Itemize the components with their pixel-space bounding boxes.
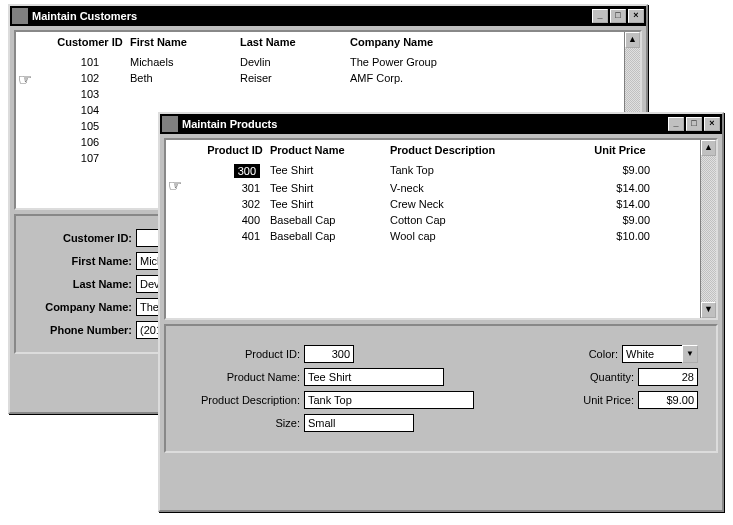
- app-icon: [162, 116, 178, 132]
- col-product-desc: Product Description: [390, 144, 570, 156]
- customers-titlebar[interactable]: Maintain Customers _ □ ×: [10, 6, 646, 26]
- table-row[interactable]: 401Baseball CapWool cap$10.00: [200, 228, 716, 244]
- unit-price-field[interactable]: [638, 391, 698, 409]
- label-product-id: Product ID:: [184, 348, 304, 360]
- col-customer-id: Customer ID: [50, 36, 130, 48]
- scroll-up-icon[interactable]: ▲: [625, 32, 640, 48]
- products-grid-body: 300Tee ShirtTank Top$9.00 301Tee ShirtV-…: [166, 162, 716, 244]
- products-scrollbar[interactable]: ▲ ▼: [700, 140, 716, 318]
- label-last-name: Last Name:: [26, 278, 136, 290]
- label-customer-id: Customer ID:: [26, 232, 136, 244]
- table-row[interactable]: 302Tee ShirtCrew Neck$14.00: [200, 196, 716, 212]
- close-button[interactable]: ×: [628, 9, 644, 23]
- label-product-desc: Product Description:: [184, 394, 304, 406]
- product-desc-field[interactable]: [304, 391, 474, 409]
- product-name-field[interactable]: [304, 368, 444, 386]
- dropdown-icon[interactable]: ▼: [682, 345, 698, 363]
- label-company-name: Company Name:: [26, 301, 136, 313]
- current-row-pointer-icon: ☞: [18, 72, 32, 88]
- products-window: Maintain Products _ □ × Product ID Produ…: [158, 112, 724, 512]
- label-phone-number: Phone Number:: [26, 324, 136, 336]
- maximize-button[interactable]: □: [686, 117, 702, 131]
- app-icon: [12, 8, 28, 24]
- customers-grid-header: Customer ID First Name Last Name Company…: [16, 32, 640, 54]
- products-title: Maintain Products: [182, 118, 668, 130]
- current-row-pointer-icon: ☞: [168, 178, 182, 194]
- products-form: Product ID: Color: ▼ Product Name: Quant…: [164, 324, 718, 453]
- table-row[interactable]: 103: [50, 86, 640, 102]
- label-unit-price: Unit Price:: [568, 394, 638, 406]
- products-grid[interactable]: Product ID Product Name Product Descript…: [164, 138, 718, 320]
- label-color: Color:: [552, 348, 622, 360]
- col-product-name: Product Name: [270, 144, 390, 156]
- col-company-name: Company Name: [350, 36, 550, 48]
- customers-title: Maintain Customers: [32, 10, 592, 22]
- label-quantity: Quantity:: [568, 371, 638, 383]
- selected-cell: 300: [234, 164, 260, 178]
- quantity-field[interactable]: [638, 368, 698, 386]
- col-last-name: Last Name: [240, 36, 350, 48]
- minimize-button[interactable]: _: [668, 117, 684, 131]
- table-row[interactable]: 300Tee ShirtTank Top$9.00: [200, 162, 716, 180]
- products-grid-header: Product ID Product Name Product Descript…: [166, 140, 716, 162]
- table-row[interactable]: 400Baseball CapCotton Cap$9.00: [200, 212, 716, 228]
- maximize-button[interactable]: □: [610, 9, 626, 23]
- minimize-button[interactable]: _: [592, 9, 608, 23]
- products-titlebar[interactable]: Maintain Products _ □ ×: [160, 114, 722, 134]
- color-combo[interactable]: ▼: [622, 345, 698, 363]
- size-field[interactable]: [304, 414, 414, 432]
- scroll-track[interactable]: [701, 156, 716, 302]
- table-row[interactable]: 301Tee ShirtV-neck$14.00: [200, 180, 716, 196]
- scroll-up-icon[interactable]: ▲: [701, 140, 716, 156]
- close-button[interactable]: ×: [704, 117, 720, 131]
- label-size: Size:: [184, 417, 304, 429]
- col-product-id: Product ID: [200, 144, 270, 156]
- table-row[interactable]: 101MichaelsDevlinThe Power Group: [50, 54, 640, 70]
- col-first-name: First Name: [130, 36, 240, 48]
- product-id-field[interactable]: [304, 345, 354, 363]
- col-unit-price: Unit Price: [570, 144, 670, 156]
- label-product-name: Product Name:: [184, 371, 304, 383]
- color-field[interactable]: [622, 345, 682, 363]
- table-row[interactable]: 102BethReiserAMF Corp.: [50, 70, 640, 86]
- label-first-name: First Name:: [26, 255, 136, 267]
- scroll-down-icon[interactable]: ▼: [701, 302, 716, 318]
